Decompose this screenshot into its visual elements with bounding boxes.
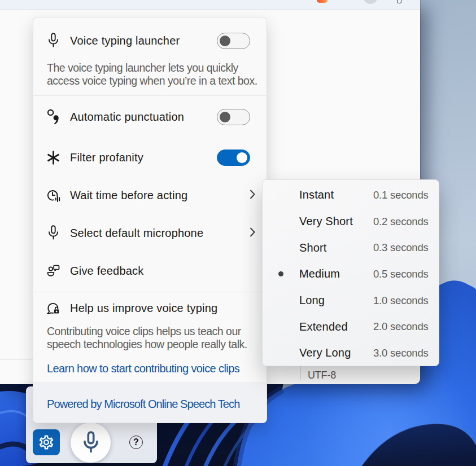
submenu-item-label: Medium [299, 267, 340, 280]
row-give-feedback[interactable]: Give feedback [33, 259, 267, 284]
help-button[interactable]: ? [129, 436, 143, 449]
submenu-item-label: Instant [299, 188, 334, 201]
feedback-icon [46, 263, 60, 279]
status-bar-separator [300, 366, 301, 380]
row-label: Give feedback [70, 265, 143, 278]
submenu-item-label: Extended [299, 320, 348, 333]
flyout-footer: Powered by Microsoft Online Speech Tech [33, 383, 267, 423]
submenu-item-value: 0.3 seconds [373, 241, 429, 254]
submenu-item-label: Very Long [299, 346, 351, 359]
submenu-item-instant[interactable]: Instant 0.1 seconds [263, 182, 439, 209]
device-icon[interactable] [397, 0, 401, 3]
row-label: Filter profanity [70, 151, 143, 164]
submenu-item-short[interactable]: Short 0.3 seconds [263, 235, 439, 261]
section-divider [33, 95, 267, 96]
row-label: Select default microphone [70, 227, 203, 240]
row-label: Help us improve voice typing [70, 302, 217, 315]
improve-description: Contributing voice clips helps us teach … [47, 325, 258, 350]
submenu-item-medium[interactable]: Medium 0.5 seconds [263, 261, 439, 288]
section-divider [33, 292, 267, 292]
settings-button[interactable] [33, 429, 60, 455]
submenu-item-label: Very Short [299, 215, 353, 228]
wait-time-submenu: Instant 0.1 seconds Very Short 0.2 secon… [262, 179, 439, 366]
submenu-item-very-long[interactable]: Very Long 3.0 seconds [263, 340, 439, 367]
gear-icon [38, 434, 55, 451]
row-automatic-punctuation[interactable]: Automatic punctuation [33, 105, 267, 130]
voice-typing-settings-flyout: Voice typing launcher The voice typing l… [33, 17, 267, 423]
chevron-right-icon [249, 189, 256, 202]
submenu-item-label: Short [299, 241, 327, 254]
row-label: Wait time before acting [70, 189, 187, 202]
learn-contributing-link[interactable]: Learn how to start contributing voice cl… [47, 362, 239, 375]
privacy-chat-icon [46, 301, 60, 316]
filter-profanity-toggle[interactable] [217, 150, 250, 166]
powered-by-link[interactable]: Powered by Microsoft Online Speech Tech [47, 398, 239, 411]
row-label: Voice typing launcher [70, 34, 180, 47]
row-select-default-microphone[interactable]: Select default microphone [33, 221, 267, 246]
row-wait-time[interactable]: Wait time before acting [33, 183, 267, 208]
avatar-icon[interactable] [363, 0, 378, 4]
submenu-item-value: 0.2 seconds [373, 216, 429, 228]
submenu-item-value: 1.0 seconds [373, 294, 429, 307]
browser-toolbar-strip [0, 0, 420, 10]
microphone-icon [46, 226, 60, 241]
submenu-item-value: 2.0 seconds [373, 320, 429, 333]
submenu-item-very-short[interactable]: Very Short 0.2 seconds [263, 208, 439, 235]
asterisk-icon [46, 150, 60, 165]
extension-icon[interactable] [317, 0, 327, 3]
row-filter-profanity[interactable]: Filter profanity [33, 145, 267, 170]
microphone-icon [46, 33, 60, 49]
automatic-punctuation-toggle[interactable] [217, 109, 250, 125]
submenu-item-long[interactable]: Long 1.0 seconds [263, 287, 439, 314]
punctuation-icon [46, 109, 60, 125]
question-mark: ? [133, 437, 139, 447]
toggle-knob [220, 36, 230, 46]
submenu-item-value: 0.1 seconds [373, 189, 429, 201]
submenu-item-value: 0.5 seconds [373, 268, 429, 280]
submenu-item-extended[interactable]: Extended 2.0 seconds [263, 314, 439, 340]
screen: UTF-8 ? [0, 0, 476, 466]
toggle-knob [237, 152, 247, 163]
row-label: Automatic punctuation [70, 111, 184, 124]
status-encoding-label: UTF-8 [308, 363, 336, 388]
row-voice-typing-launcher[interactable]: Voice typing launcher [33, 28, 267, 53]
clock-wait-icon [46, 188, 60, 204]
microphone-icon [80, 430, 102, 455]
selected-bullet [278, 271, 283, 276]
voice-typing-launcher-toggle[interactable] [217, 33, 250, 49]
launcher-description: The voice typing launcher lets you quick… [47, 61, 258, 87]
row-help-us-improve[interactable]: Help us improve voice typing [33, 296, 267, 321]
submenu-item-label: Long [299, 294, 325, 307]
toggle-knob [220, 112, 230, 122]
chevron-right-icon [249, 227, 256, 240]
submenu-item-value: 3.0 seconds [373, 347, 429, 359]
microphone-button[interactable] [71, 423, 111, 463]
